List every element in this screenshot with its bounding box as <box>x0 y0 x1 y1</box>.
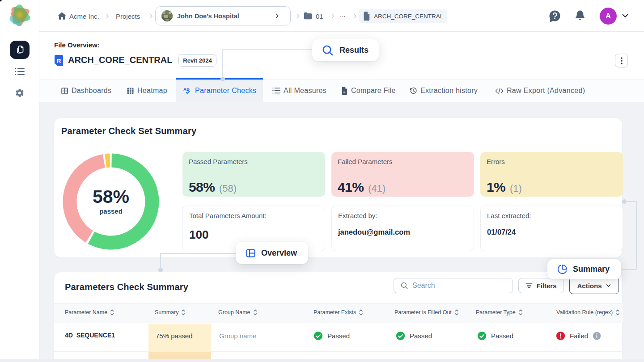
svg-text:AB: AB <box>183 87 190 92</box>
svg-text:R: R <box>57 58 61 64</box>
